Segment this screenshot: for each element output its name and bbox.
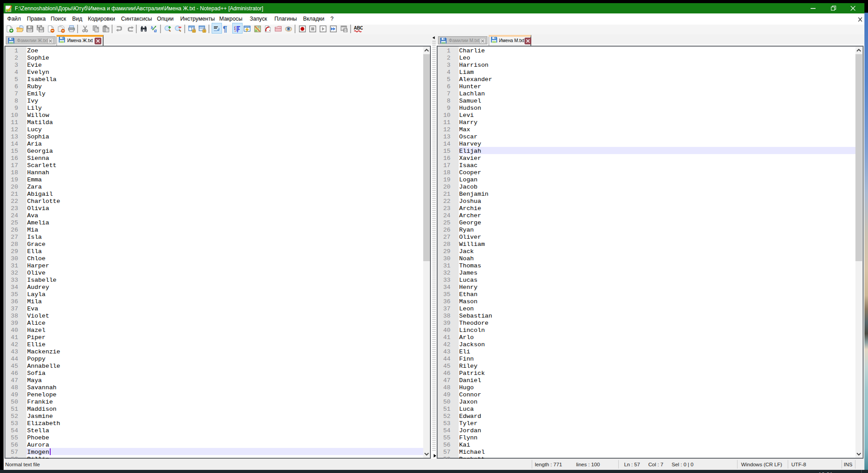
svg-text:ABC: ABC bbox=[354, 26, 363, 30]
svg-text:¶: ¶ bbox=[223, 25, 227, 33]
